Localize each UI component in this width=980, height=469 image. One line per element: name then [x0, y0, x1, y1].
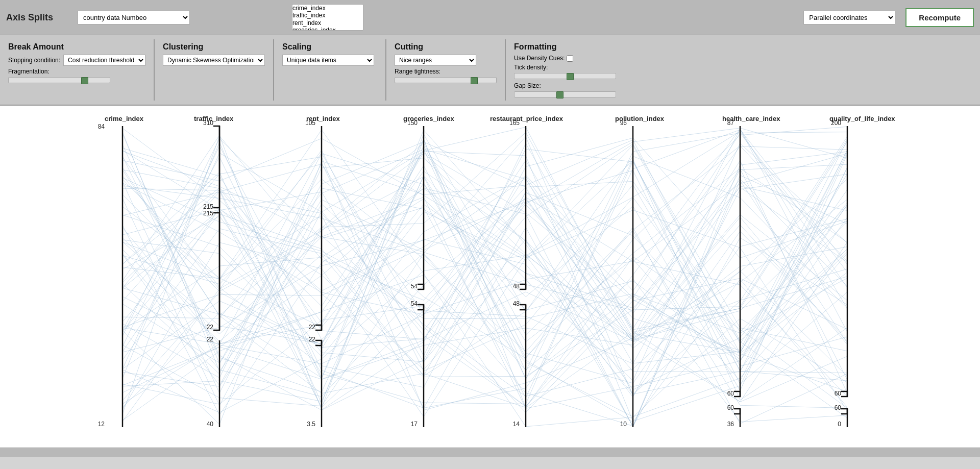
svg-text:200: 200	[831, 119, 841, 127]
data-line	[122, 168, 847, 357]
data-line	[122, 152, 847, 427]
svg-text:87: 87	[727, 119, 734, 127]
data-line	[122, 130, 847, 426]
fragmentation-thumb[interactable]	[81, 77, 88, 84]
cutting-method-select[interactable]: Nice ranges Raw Symmetric	[395, 55, 476, 66]
svg-text:96: 96	[620, 119, 627, 127]
svg-text:0: 0	[838, 421, 841, 428]
app-title: Axis Splits	[6, 12, 67, 23]
dataset-select[interactable]: country data Numbeo other dataset	[78, 11, 190, 24]
svg-text:215: 215	[203, 210, 213, 217]
gap-size-thumb[interactable]	[556, 91, 564, 98]
data-line	[122, 163, 847, 418]
data-line	[122, 194, 847, 396]
data-line	[122, 178, 847, 363]
parallel-coordinates-svg: .ax-line { stroke: #111; stroke-width: 2…	[0, 106, 980, 448]
break-amount-title: Break Amount	[8, 42, 145, 52]
svg-text:215: 215	[203, 203, 213, 210]
data-line	[122, 161, 847, 366]
svg-text:60: 60	[835, 404, 842, 411]
viz-area: .ax-line { stroke: #111; stroke-width: 2…	[0, 106, 980, 448]
data-line	[122, 140, 847, 363]
svg-text:22: 22	[309, 324, 316, 331]
use-density-cues-checkbox[interactable]	[567, 55, 573, 62]
clustering-title: Clustering	[163, 42, 265, 52]
svg-text:48: 48	[513, 300, 520, 307]
break-amount-section: Break Amount Stopping condition: Cost re…	[0, 39, 155, 101]
clustering-method-select[interactable]: Dynamic Skewness Optimization K-Means No…	[163, 55, 265, 66]
stopping-condition-select[interactable]: Cost reduction threshold Max breaks Fixe…	[63, 55, 145, 66]
svg-text:60: 60	[727, 404, 734, 411]
svg-text:165: 165	[509, 119, 520, 127]
svg-text:14: 14	[513, 421, 520, 428]
svg-text:12: 12	[98, 421, 105, 428]
svg-text:150: 150	[407, 119, 418, 127]
svg-text:36: 36	[727, 421, 734, 428]
fragmentation-track	[8, 77, 110, 83]
tick-density-track	[514, 73, 616, 79]
stopping-condition-label: Stopping condition:	[8, 57, 60, 64]
data-line	[122, 164, 847, 407]
cutting-section: Cutting Nice ranges Raw Symmetric Range …	[386, 39, 506, 101]
scaling-section: Scaling Unique data items Linear Log	[274, 39, 386, 101]
data-line	[122, 136, 847, 414]
tick-density-thumb[interactable]	[567, 73, 574, 80]
bottom-bar	[0, 448, 980, 457]
svg-text:48: 48	[513, 283, 520, 290]
cutting-title: Cutting	[395, 42, 497, 52]
axis-label-traffic-index: traffic_index	[194, 115, 234, 122]
use-density-cues-label: Use Density Cues:	[514, 55, 573, 62]
range-tightness-label: Range tightness:	[395, 68, 440, 75]
column-listbox[interactable]: crime_index traffic_index rent_index gro…	[292, 4, 363, 31]
range-tightness-thumb[interactable]	[471, 77, 478, 84]
scaling-title: Scaling	[282, 42, 377, 52]
range-tightness-track	[395, 77, 497, 83]
axis-label-crime-index: crime_index	[105, 115, 144, 122]
gap-size-label: Gap Size:	[514, 82, 541, 89]
data-line	[122, 186, 847, 339]
data-line	[122, 156, 847, 392]
data-line	[122, 153, 847, 404]
svg-text:84: 84	[98, 123, 105, 130]
svg-text:3.5: 3.5	[307, 421, 315, 428]
viz-select[interactable]: Parallel coordinates Scatter plot	[803, 11, 895, 24]
formatting-section: Formatting Use Density Cues: Tick densit…	[506, 39, 980, 101]
data-line	[122, 150, 847, 369]
svg-text:22: 22	[207, 336, 214, 343]
fragmentation-label: Fragmentation:	[8, 68, 50, 75]
gap-size-track	[514, 91, 616, 97]
svg-text:60: 60	[727, 390, 734, 397]
recompute-button[interactable]: Recompute	[905, 8, 974, 27]
svg-text:22: 22	[309, 336, 316, 343]
axis-label-restaurant-price-index: restaurant_price_index	[490, 115, 564, 122]
data-line	[122, 142, 847, 363]
svg-text:10: 10	[620, 421, 627, 428]
svg-text:22: 22	[207, 324, 214, 331]
svg-text:60: 60	[835, 390, 842, 397]
tick-density-label: Tick density:	[514, 64, 548, 71]
svg-text:40: 40	[207, 421, 214, 428]
svg-text:310: 310	[203, 119, 213, 127]
svg-text:17: 17	[411, 421, 418, 428]
axis-health-care-index: health_care_index 87 60 60 36	[722, 115, 780, 428]
svg-text:54: 54	[411, 283, 418, 290]
data-line	[122, 169, 847, 380]
formatting-title: Formatting	[514, 42, 972, 52]
svg-text:54: 54	[411, 300, 418, 307]
clustering-section: Clustering Dynamic Skewness Optimization…	[155, 39, 274, 101]
svg-text:105: 105	[305, 119, 315, 127]
data-lines	[122, 127, 847, 427]
data-line	[122, 145, 847, 416]
scaling-method-select[interactable]: Unique data items Linear Log	[282, 55, 374, 66]
data-line	[122, 146, 847, 339]
